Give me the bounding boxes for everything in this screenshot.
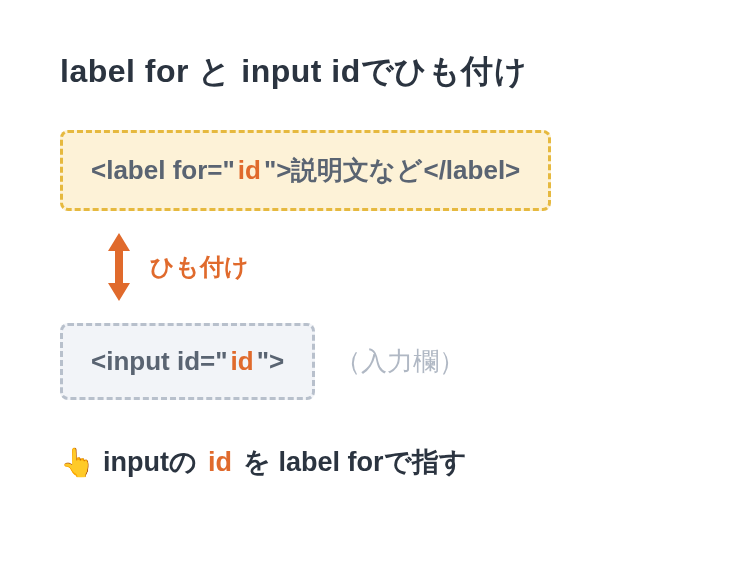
id-highlight: id: [231, 346, 254, 377]
pointing-finger-icon: 👆: [60, 446, 95, 479]
id-highlight: id: [208, 447, 232, 478]
footer-note: 👆 inputの id を label forで指す: [60, 444, 671, 480]
input-row: <input id="id"> （入力欄）: [60, 323, 671, 400]
label-element-box: <label for="id">説明文など</label>: [60, 130, 551, 211]
diagram-title: label for と input idでひも付け: [60, 50, 671, 94]
code-text: <input id=": [91, 346, 228, 377]
code-content: 説明文など: [291, 153, 423, 188]
input-element-box: <input id="id">: [60, 323, 315, 400]
connector-label: ひも付け: [150, 251, 249, 283]
footer-text: を label forで指す: [243, 444, 467, 480]
code-text: ">: [264, 155, 292, 186]
code-text: </label>: [423, 155, 520, 186]
placeholder-text: （入力欄）: [335, 344, 465, 379]
code-text: ">: [257, 346, 285, 377]
connector-row: ひも付け: [104, 231, 671, 303]
id-highlight: id: [238, 155, 261, 186]
double-arrow-icon: [104, 231, 134, 303]
code-text: <label for=": [91, 155, 235, 186]
footer-text: inputの: [103, 444, 197, 480]
